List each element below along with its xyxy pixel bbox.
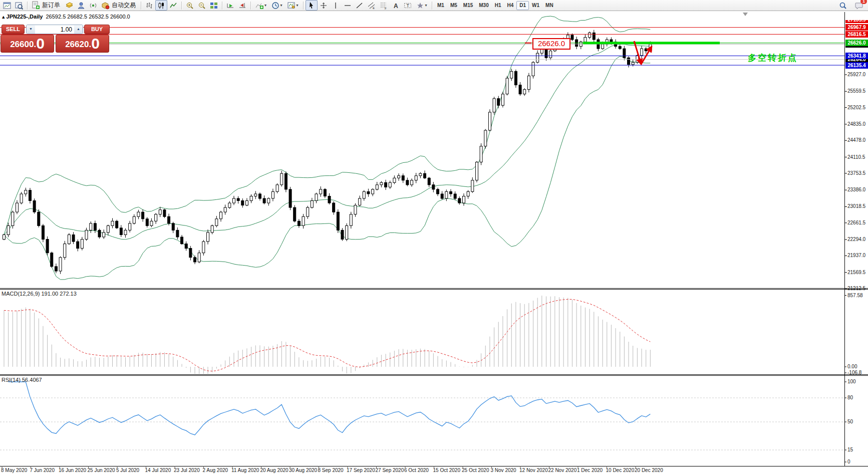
time-tick: 7 Jun 2020 (30, 467, 55, 473)
rsi-level: 15 (847, 447, 853, 452)
tab-h1[interactable]: H1 (492, 1, 504, 10)
tile-windows-icon[interactable] (208, 0, 220, 11)
history-center-icon[interactable] (63, 0, 75, 11)
tab-h4[interactable]: H4 (504, 1, 517, 10)
time-tick: 15 Oct 2020 (433, 467, 460, 473)
price-tick: 22294.0 (847, 236, 865, 242)
volume-input[interactable] (35, 25, 74, 34)
time-tick: 8 Sep 2020 (318, 467, 344, 473)
clipped-price-label: 27135.9 (845, 20, 868, 23)
toolbar-separator (250, 2, 251, 10)
sell-price-box[interactable]: 26600.0 (1, 35, 54, 53)
price-tick: 25202.5 (847, 105, 865, 110)
time-tick: 12 Nov 2020 (519, 467, 548, 473)
main-toolbar: 新订单 自动交易 ▾ ▾ (0, 0, 868, 11)
search-icon[interactable] (837, 0, 849, 11)
periods-icon[interactable]: ▾ (269, 0, 285, 11)
time-tick: 23 Jul 2020 (174, 467, 200, 473)
macd-label: MACD(12,26,9) 191.00 272.13 (2, 291, 77, 297)
time-tick: 2 Aug 2020 (203, 467, 228, 473)
price-tick: 23018.5 (847, 203, 865, 209)
time-tick: 6 Oct 2020 (404, 467, 429, 473)
auto-scroll-icon[interactable] (224, 0, 236, 11)
new-order-icon[interactable] (30, 0, 42, 11)
candlestick-icon[interactable] (155, 0, 167, 11)
hline-icon[interactable] (342, 0, 354, 11)
zoom-in-icon[interactable] (184, 0, 196, 11)
price-line-label: 26626.0 (845, 40, 868, 46)
time-tick: 20 Dec 2020 (635, 467, 663, 473)
templates-icon[interactable]: ▾ (285, 0, 301, 11)
buy-price: 26620. (65, 38, 91, 51)
sell-price-big-digit: 0 (36, 36, 45, 51)
svg-text:E: E (373, 7, 375, 10)
price-tick: 23753.5 (847, 170, 865, 176)
toolbar-separator (27, 2, 28, 10)
toolbar-separator (222, 2, 222, 10)
chart-window-icon[interactable] (1, 0, 13, 11)
shift-marker[interactable] (743, 13, 748, 16)
ohlc-high: 26682.5 (67, 14, 87, 20)
text-icon[interactable]: A (390, 0, 402, 11)
expand-marker-icon[interactable]: ▴ (2, 14, 5, 20)
sell-price: 26600. (10, 38, 36, 51)
fibonacci-icon[interactable]: F (378, 0, 390, 11)
time-tick: 1 Dec 2020 (577, 467, 603, 473)
time-tick: 11 Aug 2020 (231, 467, 259, 473)
buy-button[interactable]: BUY (84, 25, 110, 34)
autotrade-label[interactable]: 自动交易 (112, 1, 136, 10)
buy-price-big-digit: 0 (91, 36, 100, 51)
tab-m15[interactable]: M15 (460, 1, 476, 10)
line-chart-icon[interactable] (167, 0, 179, 11)
time-tick: 22 Nov 2020 (548, 467, 577, 473)
signal-icon[interactable] (87, 0, 99, 11)
crosshair-icon[interactable] (318, 0, 330, 11)
chart-canvas[interactable] (0, 11, 868, 474)
zoom-out-icon[interactable] (196, 0, 208, 11)
sell-button[interactable]: SELL (2, 25, 25, 34)
tab-w1[interactable]: W1 (529, 1, 542, 10)
arrows-icon[interactable]: ▾ (414, 0, 430, 11)
time-tick: 25 Jun 2020 (88, 467, 115, 473)
bar-chart-icon[interactable] (143, 0, 155, 11)
chart-shift-icon[interactable] (236, 0, 248, 11)
time-tick: 5 Jul 2020 (116, 467, 139, 473)
text-label-icon[interactable]: T (402, 0, 414, 11)
time-tick: 27 Sep 2020 (376, 467, 404, 473)
toolbar-separator (303, 2, 304, 10)
new-order-label[interactable]: 新订单 (42, 1, 60, 10)
tab-mn[interactable]: MN (542, 1, 556, 10)
volume-decrease-button[interactable]: ▼ (27, 25, 35, 34)
macd-scale-zero: 0.00 (847, 364, 857, 369)
market-watch-icon[interactable] (13, 0, 25, 11)
price-line-label: 27135.9 (845, 20, 868, 23)
tab-m5[interactable]: M5 (447, 1, 460, 10)
price-tick: 24110.5 (847, 154, 865, 160)
tab-m30[interactable]: M30 (476, 1, 491, 10)
autotrade-icon[interactable] (99, 0, 111, 11)
price-tick: 24478.0 (847, 137, 865, 143)
price-line-label: 26135.4 (845, 62, 868, 69)
channel-icon[interactable]: E (366, 0, 378, 11)
annotation-text[interactable]: 多空转折点 (748, 52, 798, 64)
tab-m1[interactable]: M1 (434, 1, 447, 10)
trendline-icon[interactable] (354, 0, 366, 11)
rsi-level: 80 (847, 395, 853, 400)
cursor-icon[interactable] (306, 0, 318, 11)
price-line-label: 26816.5 (845, 31, 868, 38)
buy-price-box[interactable]: 26620.0 (56, 35, 109, 53)
volume-increase-button[interactable]: ▲ (74, 25, 83, 34)
toolbar-right-group: 1 (837, 0, 865, 11)
price-callout-label[interactable]: 26626.0 (532, 38, 570, 50)
chat-icon[interactable]: 1 (853, 0, 865, 11)
indicators-icon[interactable]: ▾ (253, 0, 269, 11)
price-tick: 24835.0 (847, 121, 865, 127)
toolbar-separator (141, 2, 141, 10)
time-tick: 16 Jun 2020 (59, 467, 86, 473)
chevron-down-icon: ▾ (280, 3, 282, 8)
time-tick: 20 Aug 2020 (260, 467, 288, 473)
macd-scale-max: 857.58 (847, 293, 863, 298)
vline-icon[interactable] (330, 0, 342, 11)
tab-d1[interactable]: D1 (516, 1, 529, 10)
terminal-icon[interactable] (75, 0, 87, 11)
